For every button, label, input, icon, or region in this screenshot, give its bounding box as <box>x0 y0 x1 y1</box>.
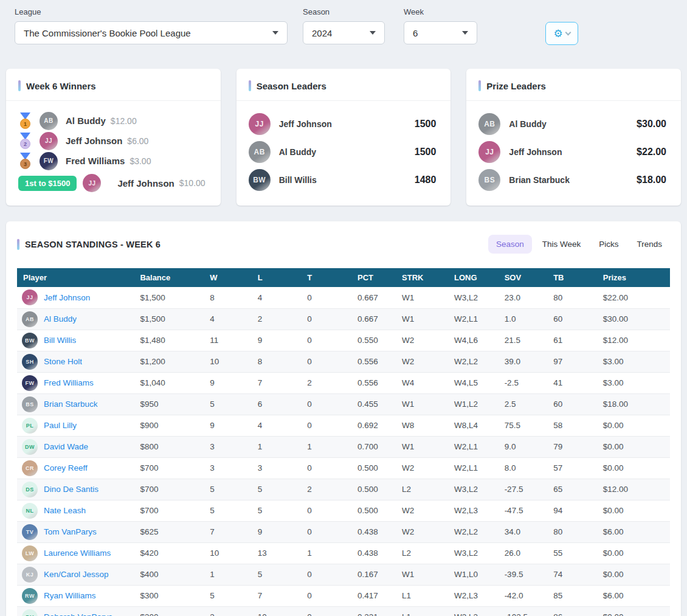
avatar: RW <box>22 588 38 604</box>
avatar: DV <box>22 609 38 616</box>
cell-w: 4 <box>205 308 252 330</box>
leader-value: 1500 <box>415 119 437 130</box>
tab-trends[interactable]: Trends <box>629 235 670 254</box>
cell-sov: 2.5 <box>500 393 549 415</box>
caret-down-icon <box>370 31 376 35</box>
col-pct: PCT <box>353 268 397 287</box>
player-link[interactable]: Jeff Johnson <box>44 293 90 302</box>
player-link[interactable]: Brian Starbuck <box>44 400 98 409</box>
table-row: TV Tom VanParys $625 7 9 0 0.438 W2 W2,L… <box>17 521 670 542</box>
avatar: AB <box>22 311 38 327</box>
week-winners-header: Week 6 Winners <box>6 69 221 101</box>
cell-strk: W1 <box>397 393 449 415</box>
cell-prizes: $0.00 <box>598 542 670 564</box>
cell-w: 10 <box>205 542 252 564</box>
cell-t: 2 <box>302 479 353 500</box>
league-select[interactable]: The Commissioner's Bookie Pool League <box>15 21 288 44</box>
cell-sov: 21.5 <box>500 330 549 351</box>
cell-strk: W1 <box>397 287 449 308</box>
player-link[interactable]: Deborah VanParys <box>44 612 112 616</box>
cell-long: W2,L3 <box>449 606 500 616</box>
gold-medal-icon: 1 <box>18 112 32 129</box>
player-link[interactable]: Nate Leash <box>44 506 86 515</box>
cell-strk: L1 <box>397 606 449 616</box>
cell-balance: $1,500 <box>135 287 205 308</box>
caret-down-icon <box>272 31 278 35</box>
card-title: Week 6 Winners <box>26 81 96 91</box>
standings-header: SEASON STANDINGS - WEEK 6 Season This We… <box>6 221 681 258</box>
cell-pct: 0.556 <box>353 372 397 393</box>
cell-t: 0 <box>302 457 353 479</box>
col-tb: TB <box>548 268 598 287</box>
cell-tb: 74 <box>548 564 598 585</box>
player-link[interactable]: Ken/Carol Jessop <box>44 570 109 579</box>
cell-tb: 55 <box>548 542 598 564</box>
cell-sov: -102.5 <box>500 606 549 616</box>
milestone-amount: $10.00 <box>179 178 205 188</box>
player-link[interactable]: Paul Lilly <box>44 421 77 430</box>
tab-season[interactable]: Season <box>488 235 532 254</box>
player-link[interactable]: Laurence Williams <box>44 549 111 558</box>
cell-long: W3,L2 <box>449 479 500 500</box>
player-link[interactable]: Tom VanParys <box>44 527 97 536</box>
cell-w: 5 <box>205 479 252 500</box>
milestone-row: 1st to $1500 JJ Jeff Johnson $10.00 <box>18 172 209 194</box>
week-value: 6 <box>413 28 418 38</box>
prize-leaders-body: AB Al Buddy $30.00 JJ Jeff Johnson $22.0… <box>466 101 681 194</box>
player-link[interactable]: David Wade <box>44 442 88 451</box>
cell-long: W2,L2 <box>449 351 500 372</box>
settings-menu-button[interactable]: ⚙ <box>545 22 578 45</box>
cell-pct: 0.700 <box>353 436 397 457</box>
week-select[interactable]: 6 <box>404 21 477 44</box>
table-row: DV Deborah VanParys $300 3 10 0 0.231 L1… <box>17 606 670 616</box>
cell-tb: 97 <box>548 351 598 372</box>
bronze-medal-icon: 3 <box>18 153 32 169</box>
cell-long: W2,L1 <box>449 436 500 457</box>
player-link[interactable]: Corey Reeff <box>44 463 88 472</box>
milestone-name: Jeff Johnson <box>117 178 174 189</box>
player-link[interactable]: Ryan Williams <box>44 591 96 600</box>
player-link[interactable]: Al Buddy <box>44 314 77 324</box>
player-link[interactable]: Bill Willis <box>44 336 76 345</box>
player-link[interactable]: Fred Williams <box>44 378 94 387</box>
winner-row: 3 FW Fred Williams $3.00 <box>18 151 209 171</box>
prize-leaders-header: Prize Leaders <box>466 69 681 101</box>
winner-row: 1 AB Al Buddy $12.00 <box>18 111 209 131</box>
cell-tb: 86 <box>548 606 598 616</box>
tab-this-week[interactable]: This Week <box>534 235 589 254</box>
cell-l: 1 <box>253 436 303 457</box>
cell-tb: 80 <box>548 521 598 542</box>
season-leaders-body: JJ Jeff Johnson 1500 AB Al Buddy 1500 BW… <box>236 101 451 194</box>
season-value: 2024 <box>312 28 332 38</box>
cell-pct: 0.692 <box>353 415 397 436</box>
cell-t: 2 <box>302 372 353 393</box>
cell-l: 5 <box>253 479 303 500</box>
accent-bar <box>17 239 19 250</box>
player-link[interactable]: Dino De Santis <box>44 485 98 494</box>
cell-l: 13 <box>253 542 303 564</box>
cell-strk: W1 <box>397 308 449 330</box>
avatar: JJ <box>22 289 38 305</box>
cell-tb: 79 <box>548 436 598 457</box>
cell-pct: 0.667 <box>353 287 397 308</box>
player-link[interactable]: Stone Holt <box>44 357 82 366</box>
season-leaders-card: Season Leaders JJ Jeff Johnson 1500 AB A… <box>236 69 451 206</box>
cell-t: 0 <box>302 393 353 415</box>
cell-balance: $625 <box>135 521 205 542</box>
winner-name: Jeff Johnson <box>66 136 122 146</box>
season-select[interactable]: 2024 <box>303 21 385 44</box>
league-label: League <box>15 7 288 16</box>
table-row: FW Fred Williams $1,040 9 7 2 0.556 W4 W… <box>17 372 670 393</box>
cell-w: 5 <box>205 585 252 606</box>
cell-w: 3 <box>205 457 252 479</box>
cell-pct: 0.231 <box>353 606 397 616</box>
cell-tb: 60 <box>548 393 598 415</box>
col-player: Player <box>17 268 135 287</box>
avatar: FW <box>40 152 58 170</box>
cell-sov: 1.0 <box>500 308 549 330</box>
cell-prizes: $6.00 <box>598 585 670 606</box>
table-row: SH Stone Holt $1,200 10 8 0 0.556 W2 W2,… <box>17 351 670 372</box>
standings-card: SEASON STANDINGS - WEEK 6 Season This We… <box>6 221 681 616</box>
tab-picks[interactable]: Picks <box>591 235 626 254</box>
league-filter: League The Commissioner's Bookie Pool Le… <box>15 7 288 44</box>
